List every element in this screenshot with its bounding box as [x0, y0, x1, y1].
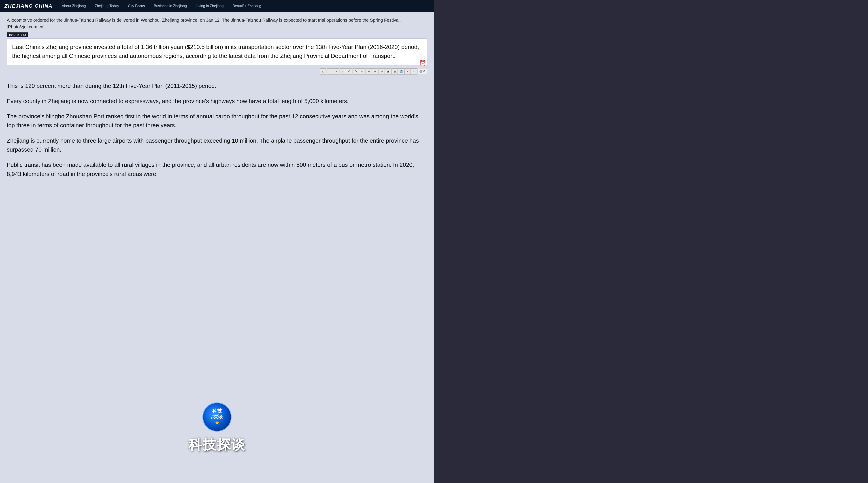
paragraph-4: Zhejiang is currently home to three larg…	[7, 136, 427, 154]
clock-icon-area: ⏰	[419, 60, 426, 67]
selected-text-block: East China's Zhejiang province invested …	[7, 38, 427, 65]
toolbar-select6[interactable]: ▤	[392, 68, 398, 75]
nav-about[interactable]: About Zhejiang	[62, 4, 86, 8]
paragraph-5: Public transit has been made available t…	[7, 160, 427, 179]
body-text: This is 120 percent more than during the…	[7, 82, 427, 179]
toolbar-circle[interactable]: ○	[327, 68, 333, 75]
toolbar-undo[interactable]: ↺	[346, 68, 352, 75]
nav-today[interactable]: Zhejiang Today	[95, 4, 119, 8]
nav-living[interactable]: Living in Zhejiang	[196, 4, 224, 8]
nav-city[interactable]: City Focus	[128, 4, 145, 8]
header: ZHEJIANG CHINA About Zhejiang Zhejiang T…	[0, 0, 434, 12]
toolbar-redo[interactable]: ↻	[352, 68, 359, 75]
paragraph-2: Every county in Zhejiang is now connecte…	[7, 97, 427, 105]
paragraph-1: This is 120 percent more than during the…	[7, 82, 427, 90]
toolbar-select2[interactable]: ⊞	[366, 68, 372, 75]
toolbar-line[interactable]: /	[340, 68, 346, 75]
floating-slash: /	[211, 414, 213, 420]
toolbar-row: □ ○ ↗ / ↺ ↻ ⊡ ⊞ ⊟ ⊠ ▣ ▤ 💾 ✕ ✓ 翻译	[7, 68, 427, 75]
nav-beautiful[interactable]: Beautiful Zhejiang	[232, 4, 261, 8]
floating-label: 科技探谈	[188, 436, 246, 454]
nav-links: About Zhejiang Zhejiang Today City Focus…	[62, 4, 261, 8]
toolbar-confirm[interactable]: ✓	[411, 68, 417, 75]
star-icon: ★	[215, 420, 219, 425]
site-title: ZHEJIANG CHINA	[4, 3, 53, 9]
toolbar-save[interactable]: 💾	[398, 68, 404, 75]
clock-icon: ⏰	[419, 60, 426, 67]
selected-paragraph: East China's Zhejiang province invested …	[12, 42, 422, 61]
toolbar-select1[interactable]: ⊡	[359, 68, 365, 75]
floating-circle-line2: 探谈	[213, 414, 223, 420]
floating-circle: 科技 / 探谈 ★	[203, 402, 231, 431]
caption-text: A locomotive ordered for the Jinhua-Taiz…	[7, 17, 427, 30]
dimension-badge: 1649 × 153	[7, 32, 28, 37]
toolbar-select3[interactable]: ⊟	[372, 68, 378, 75]
caption-label: A locomotive ordered for the Jinhua-Taiz…	[7, 18, 401, 29]
toolbar-rect[interactable]: □	[320, 68, 327, 75]
nav-divider	[57, 2, 57, 10]
toolbar-select4[interactable]: ⊠	[378, 68, 385, 75]
translate-button[interactable]: 翻译	[417, 69, 427, 74]
paragraph-3: The province's Ningbo Zhoushan Port rank…	[7, 112, 427, 130]
toolbar-arrow[interactable]: ↗	[333, 68, 339, 75]
floating-circle-line1: 科技	[211, 408, 223, 414]
toolbar-close[interactable]: ✕	[404, 68, 411, 75]
toolbar-select5[interactable]: ▣	[385, 68, 391, 75]
nav-business[interactable]: Business in Zhejiang	[154, 4, 187, 8]
